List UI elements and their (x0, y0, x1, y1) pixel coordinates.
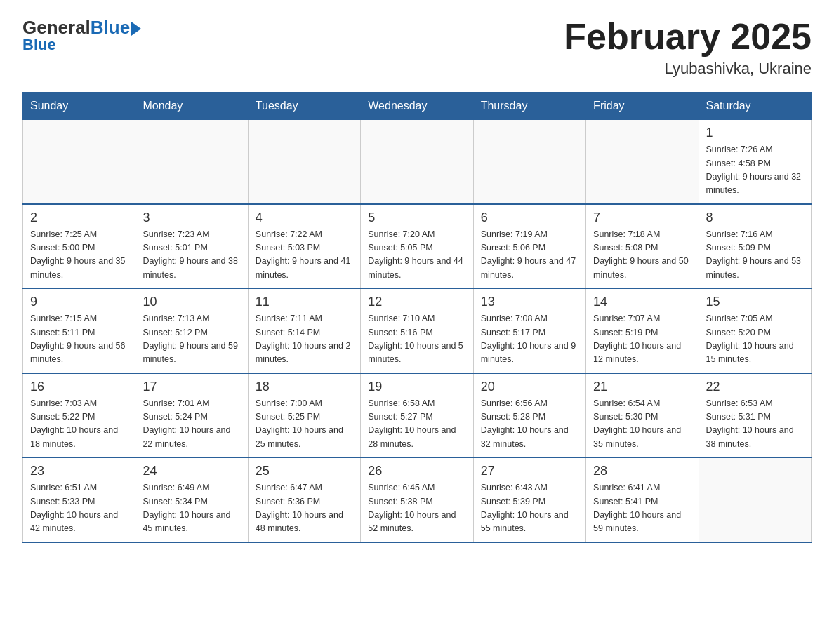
day-number: 28 (593, 464, 691, 478)
calendar-cell (248, 120, 360, 204)
calendar-cell: 2Sunrise: 7:25 AM Sunset: 5:00 PM Daylig… (23, 204, 135, 289)
day-info: Sunrise: 7:00 AM Sunset: 5:25 PM Dayligh… (256, 397, 353, 452)
page-header: General Blue Blue February 2025 Lyubashi… (22, 17, 812, 78)
day-number: 11 (256, 295, 353, 309)
day-number: 17 (143, 380, 240, 394)
title-block: February 2025 Lyubashivka, Ukraine (564, 17, 812, 78)
weekday-header: Wednesday (361, 93, 473, 120)
day-info: Sunrise: 7:22 AM Sunset: 5:03 PM Dayligh… (256, 228, 353, 283)
day-info: Sunrise: 6:43 AM Sunset: 5:39 PM Dayligh… (481, 481, 578, 536)
day-number: 9 (30, 295, 128, 309)
day-info: Sunrise: 6:53 AM Sunset: 5:31 PM Dayligh… (706, 397, 804, 452)
calendar-cell: 15Sunrise: 7:05 AM Sunset: 5:20 PM Dayli… (699, 288, 811, 373)
calendar-title: February 2025 (564, 17, 812, 57)
day-info: Sunrise: 6:56 AM Sunset: 5:28 PM Dayligh… (481, 397, 578, 452)
weekday-header: Friday (586, 93, 699, 120)
day-info: Sunrise: 6:45 AM Sunset: 5:38 PM Dayligh… (368, 481, 465, 536)
day-info: Sunrise: 7:15 AM Sunset: 5:11 PM Dayligh… (30, 312, 128, 367)
calendar-cell: 19Sunrise: 6:58 AM Sunset: 5:27 PM Dayli… (361, 373, 473, 458)
day-number: 2 (30, 210, 128, 225)
day-info: Sunrise: 6:58 AM Sunset: 5:27 PM Dayligh… (368, 397, 465, 452)
calendar-week-row: 1Sunrise: 7:26 AM Sunset: 4:58 PM Daylig… (23, 120, 812, 204)
calendar-cell: 7Sunrise: 7:18 AM Sunset: 5:08 PM Daylig… (586, 204, 699, 289)
calendar-cell: 25Sunrise: 6:47 AM Sunset: 5:36 PM Dayli… (248, 457, 360, 542)
day-number: 16 (30, 380, 128, 394)
weekday-header: Tuesday (248, 93, 360, 120)
day-info: Sunrise: 6:54 AM Sunset: 5:30 PM Dayligh… (593, 397, 691, 452)
calendar-cell: 28Sunrise: 6:41 AM Sunset: 5:41 PM Dayli… (586, 457, 699, 542)
day-info: Sunrise: 7:03 AM Sunset: 5:22 PM Dayligh… (30, 397, 128, 452)
day-number: 22 (706, 380, 804, 394)
calendar-cell (135, 120, 248, 204)
calendar-cell: 12Sunrise: 7:10 AM Sunset: 5:16 PM Dayli… (361, 288, 473, 373)
calendar-cell (699, 457, 811, 542)
calendar-cell: 21Sunrise: 6:54 AM Sunset: 5:30 PM Dayli… (586, 373, 699, 458)
calendar-cell (586, 120, 699, 204)
calendar-cell: 4Sunrise: 7:22 AM Sunset: 5:03 PM Daylig… (248, 204, 360, 289)
calendar-week-row: 9Sunrise: 7:15 AM Sunset: 5:11 PM Daylig… (23, 288, 812, 373)
day-info: Sunrise: 7:26 AM Sunset: 4:58 PM Dayligh… (706, 143, 804, 198)
day-info: Sunrise: 6:47 AM Sunset: 5:36 PM Dayligh… (256, 481, 353, 536)
day-info: Sunrise: 6:49 AM Sunset: 5:34 PM Dayligh… (143, 481, 240, 536)
day-info: Sunrise: 7:05 AM Sunset: 5:20 PM Dayligh… (706, 312, 804, 367)
calendar-cell: 23Sunrise: 6:51 AM Sunset: 5:33 PM Dayli… (23, 457, 135, 542)
day-number: 14 (593, 295, 691, 309)
day-info: Sunrise: 7:20 AM Sunset: 5:05 PM Dayligh… (368, 228, 465, 283)
day-number: 19 (368, 380, 465, 394)
calendar-cell: 1Sunrise: 7:26 AM Sunset: 4:58 PM Daylig… (699, 120, 811, 204)
calendar-cell (361, 120, 473, 204)
day-number: 5 (368, 210, 465, 225)
calendar-cell: 13Sunrise: 7:08 AM Sunset: 5:17 PM Dayli… (473, 288, 585, 373)
day-info: Sunrise: 7:16 AM Sunset: 5:09 PM Dayligh… (706, 228, 804, 283)
day-info: Sunrise: 7:18 AM Sunset: 5:08 PM Dayligh… (593, 228, 691, 283)
calendar-cell (23, 120, 135, 204)
calendar-header-row: SundayMondayTuesdayWednesdayThursdayFrid… (23, 93, 812, 120)
day-number: 25 (256, 464, 353, 478)
day-info: Sunrise: 7:13 AM Sunset: 5:12 PM Dayligh… (143, 312, 240, 367)
calendar-cell: 18Sunrise: 7:00 AM Sunset: 5:25 PM Dayli… (248, 373, 360, 458)
weekday-header: Saturday (699, 93, 811, 120)
day-number: 23 (30, 464, 128, 478)
calendar-week-row: 16Sunrise: 7:03 AM Sunset: 5:22 PM Dayli… (23, 373, 812, 458)
calendar-cell: 11Sunrise: 7:11 AM Sunset: 5:14 PM Dayli… (248, 288, 360, 373)
calendar-cell: 14Sunrise: 7:07 AM Sunset: 5:19 PM Dayli… (586, 288, 699, 373)
day-info: Sunrise: 6:41 AM Sunset: 5:41 PM Dayligh… (593, 481, 691, 536)
calendar-cell: 26Sunrise: 6:45 AM Sunset: 5:38 PM Dayli… (361, 457, 473, 542)
day-number: 13 (481, 295, 578, 309)
calendar-cell: 22Sunrise: 6:53 AM Sunset: 5:31 PM Dayli… (699, 373, 811, 458)
day-number: 21 (593, 380, 691, 394)
day-info: Sunrise: 7:11 AM Sunset: 5:14 PM Dayligh… (256, 312, 353, 367)
logo-subtitle: Blue (22, 36, 56, 54)
day-info: Sunrise: 7:10 AM Sunset: 5:16 PM Dayligh… (368, 312, 465, 367)
day-number: 7 (593, 210, 691, 225)
calendar-week-row: 2Sunrise: 7:25 AM Sunset: 5:00 PM Daylig… (23, 204, 812, 289)
day-info: Sunrise: 7:01 AM Sunset: 5:24 PM Dayligh… (143, 397, 240, 452)
day-number: 18 (256, 380, 353, 394)
calendar-cell: 10Sunrise: 7:13 AM Sunset: 5:12 PM Dayli… (135, 288, 248, 373)
day-number: 4 (256, 210, 353, 225)
day-info: Sunrise: 7:07 AM Sunset: 5:19 PM Dayligh… (593, 312, 691, 367)
calendar-cell: 17Sunrise: 7:01 AM Sunset: 5:24 PM Dayli… (135, 373, 248, 458)
weekday-header: Thursday (473, 93, 585, 120)
day-number: 3 (143, 210, 240, 225)
day-number: 10 (143, 295, 240, 309)
calendar-cell: 20Sunrise: 6:56 AM Sunset: 5:28 PM Dayli… (473, 373, 585, 458)
logo-arrow-icon (131, 22, 141, 36)
calendar-cell: 3Sunrise: 7:23 AM Sunset: 5:01 PM Daylig… (135, 204, 248, 289)
day-number: 6 (481, 210, 578, 225)
calendar-cell: 16Sunrise: 7:03 AM Sunset: 5:22 PM Dayli… (23, 373, 135, 458)
day-info: Sunrise: 7:08 AM Sunset: 5:17 PM Dayligh… (481, 312, 578, 367)
calendar-cell: 8Sunrise: 7:16 AM Sunset: 5:09 PM Daylig… (699, 204, 811, 289)
logo: General Blue Blue (22, 17, 141, 54)
day-info: Sunrise: 7:25 AM Sunset: 5:00 PM Dayligh… (30, 228, 128, 283)
day-number: 26 (368, 464, 465, 478)
weekday-header: Sunday (23, 93, 135, 120)
day-number: 15 (706, 295, 804, 309)
logo-blue-text: Blue (91, 17, 130, 39)
calendar-cell: 5Sunrise: 7:20 AM Sunset: 5:05 PM Daylig… (361, 204, 473, 289)
day-number: 20 (481, 380, 578, 394)
day-number: 12 (368, 295, 465, 309)
calendar-cell: 27Sunrise: 6:43 AM Sunset: 5:39 PM Dayli… (473, 457, 585, 542)
calendar-cell (473, 120, 585, 204)
day-number: 1 (706, 126, 804, 140)
